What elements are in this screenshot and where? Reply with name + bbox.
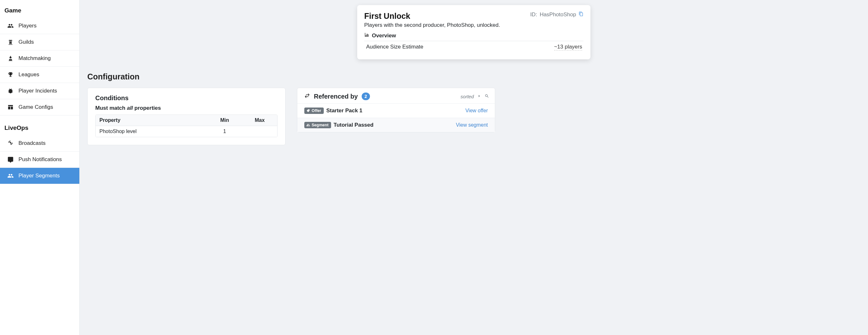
segment-id-prefix: ID: — [530, 11, 537, 18]
sorted-label: sorted — [460, 94, 474, 99]
conditions-card: Conditions Must match all properties Pro… — [87, 88, 285, 145]
chevron-right-icon[interactable] — [477, 94, 482, 99]
sidebar-item-matchmaking[interactable]: Matchmaking — [0, 50, 79, 67]
sidebar-item-label: Players — [19, 23, 37, 29]
segment-description: Players with the second producer, PhotoS… — [364, 22, 584, 28]
sidebar-item-label: Player Segments — [19, 173, 60, 179]
cell-min: 1 — [207, 126, 242, 137]
segment-tag: Segment — [304, 122, 331, 128]
sidebar-item-label: Player Incidents — [19, 88, 57, 94]
audience-label: Audience Size Estimate — [366, 44, 424, 50]
referenced-row: Segment Tutorial Passed View segment — [297, 118, 495, 132]
sidebar-item-label: Matchmaking — [19, 55, 51, 62]
segment-id-value: HasPhotoShop — [540, 11, 576, 18]
table-row: PhotoShop level 1 — [96, 126, 277, 137]
match-pre: Must match — [95, 105, 127, 111]
match-em: all — [127, 105, 133, 111]
users-icon — [7, 22, 14, 29]
sidebar-item-player-segments[interactable]: Player Segments — [0, 168, 79, 184]
cell-property: PhotoShop level — [96, 126, 207, 137]
search-icon[interactable] — [485, 94, 489, 99]
conditions-title: Conditions — [95, 94, 278, 102]
referenced-title: Referenced by — [314, 93, 358, 100]
configuration-heading: Configuration — [87, 72, 860, 81]
sidebar-item-label: Broadcasts — [19, 140, 45, 146]
sidebar-item-label: Push Notifications — [19, 156, 62, 163]
exchange-icon — [304, 93, 310, 100]
chess-icon — [7, 55, 14, 62]
audience-value: ~13 players — [554, 44, 582, 50]
overview-heading: Overview — [364, 32, 584, 41]
segment-title: First Unlock — [364, 11, 410, 21]
rook-icon — [7, 38, 14, 46]
users-icon — [306, 123, 310, 127]
conditions-match-text: Must match all properties — [95, 105, 278, 111]
copy-icon[interactable] — [579, 11, 584, 18]
col-max: Max — [242, 115, 277, 126]
tag-label: Offer — [312, 109, 321, 113]
offer-tag: Offer — [304, 108, 324, 114]
col-property: Property — [96, 115, 207, 126]
tag-label: Segment — [312, 123, 329, 127]
sidebar-item-label: Game Configs — [19, 104, 53, 110]
sidebar-group-game: Game — [0, 5, 79, 18]
sidebar-item-label: Leagues — [19, 72, 39, 78]
comment-icon — [7, 156, 14, 163]
segment-id: ID: HasPhotoShop — [530, 11, 584, 18]
sidebar-item-push-notifications[interactable]: Push Notifications — [0, 151, 79, 168]
chart-icon — [364, 32, 369, 39]
main-content: First Unlock ID: HasPhotoShop Players wi… — [80, 0, 868, 335]
segment-header-card: First Unlock ID: HasPhotoShop Players wi… — [357, 5, 590, 59]
overview-label: Overview — [372, 32, 396, 39]
sidebar-item-players[interactable]: Players — [0, 18, 79, 34]
col-min: Min — [207, 115, 242, 126]
referenced-name: Tutorial Passed — [334, 122, 373, 128]
cell-max — [242, 126, 277, 137]
sidebar-item-guilds[interactable]: Guilds — [0, 34, 79, 50]
audience-row: Audience Size Estimate ~13 players — [364, 41, 584, 50]
sidebar-item-player-incidents[interactable]: Player Incidents — [0, 83, 79, 99]
referenced-row: Offer Starter Pack 1 View offer — [297, 103, 495, 118]
bug-icon — [7, 87, 14, 94]
table-header-row: Property Min Max — [96, 115, 277, 126]
referenced-name: Starter Pack 1 — [326, 108, 362, 114]
sidebar-group-liveops: LiveOps — [0, 122, 79, 135]
view-segment-link[interactable]: View segment — [456, 122, 488, 128]
sidebar: Game Players Guilds Matchmaking Leagues … — [0, 0, 80, 335]
sidebar-item-leagues[interactable]: Leagues — [0, 67, 79, 83]
sidebar-item-game-configs[interactable]: Game Configs — [0, 99, 79, 115]
conditions-table: Property Min Max PhotoShop level 1 — [95, 115, 278, 137]
users-icon — [7, 172, 14, 179]
view-offer-link[interactable]: View offer — [465, 108, 488, 114]
sidebar-item-broadcasts[interactable]: Broadcasts — [0, 135, 79, 151]
trophy-icon — [7, 71, 14, 78]
sidebar-item-label: Guilds — [19, 39, 34, 45]
tag-icon — [306, 109, 310, 113]
referenced-by-card: Referenced by 2 sorted — [297, 88, 495, 132]
referenced-count-badge: 2 — [362, 92, 370, 100]
match-post: properties — [133, 105, 161, 111]
table-icon — [7, 104, 14, 111]
broadcast-icon — [7, 140, 14, 147]
